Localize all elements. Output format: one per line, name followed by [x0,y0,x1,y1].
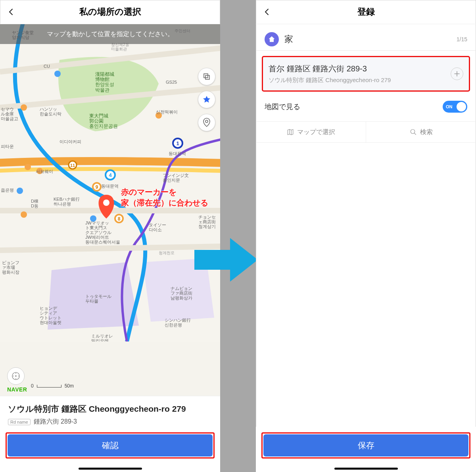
scale-dist: 50m [65,383,74,389]
back-button[interactable] [6,6,17,17]
home-category-icon [265,32,279,46]
address-primary: 首尔 鍾路区 鍾路六街 289-3 [269,63,463,74]
svg-text:동대문역: 동대문역 [169,151,186,156]
search-icon [410,129,417,136]
svg-point-17 [54,71,61,77]
layers-icon [203,73,211,81]
address-secondary: ソウル特別市 鍾路区 Cheonggyecheon-ro 279 [269,77,463,84]
map-icon [287,129,294,136]
scale-zero: 0 [31,383,34,389]
svg-text:チョンセェ商店街청계상기: チョンセェ商店街청계상기 [198,215,216,229]
svg-point-54 [411,129,415,134]
name-input[interactable]: 家 [284,33,451,45]
svg-rect-50 [205,75,209,79]
svg-text:8: 8 [118,216,121,222]
svg-text:4: 4 [109,172,112,178]
star-icon [202,95,211,104]
svg-rect-49 [204,74,208,78]
svg-text:9: 9 [96,184,98,190]
svg-text:CU: CU [44,64,50,69]
save-button[interactable]: 保存 [263,434,468,457]
toggle-on-text: ON [446,104,453,109]
svg-text:1: 1 [176,140,179,146]
svg-point-18 [17,188,23,194]
address-panel: ソウル特別市 鍾路区 Cheonggyecheon-ro 279 Rd name… [0,396,220,427]
add-address-button[interactable] [451,67,463,80]
tab-row: マップで選択 検索 [256,122,476,143]
svg-text:ナムピョンファ商店街남평화상가: ナムピョンファ商店街남평화상가 [171,286,192,300]
instruction-annotation: 赤のマーカーを 家（滞在先）に合わせる [121,187,208,208]
map-toggle[interactable]: ON [443,101,467,113]
back-button[interactable] [261,6,273,17]
right-header: 登録 [256,0,476,24]
confirm-button[interactable]: 確認 [8,434,213,457]
home-indicator [334,468,398,470]
svg-text:D棟D동: D棟D동 [31,199,38,208]
home-indicator [79,468,142,470]
svg-text:동대문역: 동대문역 [101,184,119,188]
svg-point-51 [205,120,208,123]
svg-point-16 [21,211,27,218]
svg-text:신전떡볶이: 신전떡볶이 [156,109,178,114]
spacer [256,143,476,427]
map-hint-banner: マップを動かして位置を指定してください。 [0,24,220,44]
tab-map-select[interactable]: マップで選択 [256,122,366,142]
highlight-save: 保存 [261,432,470,459]
favorite-button[interactable] [198,91,215,108]
svg-text:읍은행: 읍은행 [1,188,14,192]
svg-text:서브웨이: 서브웨이 [36,169,53,174]
toggle-knob [457,102,466,111]
svg-point-13 [25,164,31,170]
page-title: 登録 [357,6,375,18]
compass-icon [12,372,20,380]
map-scale: 0 50m [31,383,74,389]
annotation-line1: 赤のマーカーを [121,187,208,198]
left-screen: 私の場所の選択 マップを動かして位置を指定してください。 [0,0,220,472]
layers-button[interactable] [198,68,215,85]
home-icon [268,35,276,43]
map-toggle-label: 地図で見る [265,102,300,111]
left-header: 私の場所の選択 [0,0,220,24]
svg-text:GS25: GS25 [166,80,177,84]
annotation-line2: 家（滞在先）に合わせる [121,198,208,208]
address-sub-row: Rd name 鍾路六街 289-3 [8,418,212,426]
address-sub: 鍾路六街 289-3 [34,418,77,426]
map-tool-column [198,68,215,131]
scale-bar [37,385,61,388]
chevron-left-icon [7,8,15,16]
tab-search[interactable]: 検索 [366,122,476,142]
pin-button[interactable] [198,114,215,131]
chevron-left-icon [263,8,271,16]
svg-point-53 [15,375,17,377]
flow-arrow-icon [194,236,258,284]
svg-text:피타운: 피타운 [1,144,14,149]
pin-outline-icon [203,118,211,127]
map-viewport[interactable]: マップを動かして位置を指定してください。 [0,24,220,396]
map-toggle-row: 地図で見る ON [256,95,476,122]
right-bottom-bar: 保存 [256,427,476,472]
char-counter: 1/15 [457,36,467,42]
compass-button[interactable] [7,367,25,385]
page-title: 私の場所の選択 [79,6,141,18]
right-screen: 登録 家 1/15 首尔 鍾路区 鍾路六街 289-3 ソウル特別市 鍾路区 C… [256,0,476,472]
address-main: ソウル特別市 鍾路区 Cheonggyecheon-ro 279 [8,403,212,414]
plus-icon [454,71,460,77]
tab-map-label: マップで選択 [297,128,335,136]
map-brand: NAVER [7,386,27,393]
svg-text:이디야커피: 이디야커피 [60,139,81,144]
left-bottom-bar: 確認 [0,427,220,472]
name-field-row: 家 1/15 [256,24,476,51]
road-name-badge: Rd name [8,419,31,425]
address-card: 首尔 鍾路区 鍾路六街 289-3 ソウル特別市 鍾路区 Cheonggyech… [262,56,470,91]
tab-search-label: 検索 [420,128,433,136]
map-canvas: 1 4 9 8 11 .ml{font:11px sans-serif;fil [0,24,220,342]
svg-text:11: 11 [70,163,75,168]
svg-point-12 [21,104,27,111]
svg-point-11 [103,200,109,206]
svg-text:청계천로: 청계천로 [159,251,175,255]
highlight-confirm: 確認 [6,432,215,459]
